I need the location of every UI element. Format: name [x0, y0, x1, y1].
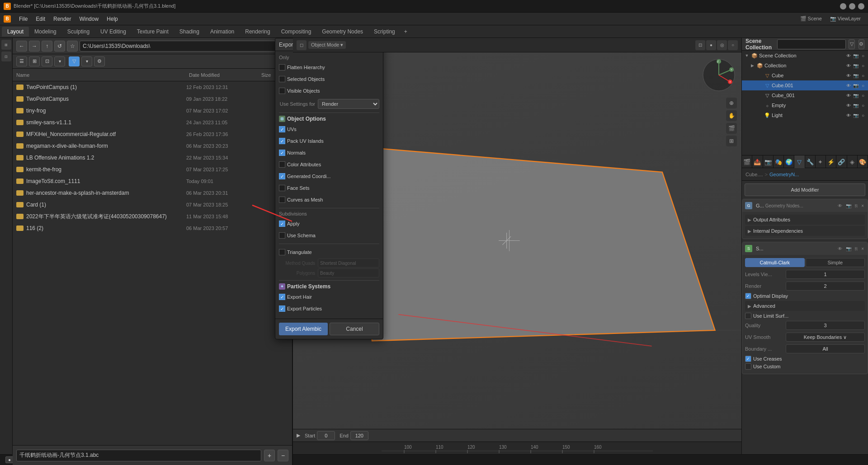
ol-item-empty[interactable]: ⬦ Empty 👁 📷 ○ [742, 100, 868, 110]
face-sets-checkbox[interactable] [279, 185, 285, 191]
generated-coords-checkbox[interactable] [279, 173, 285, 179]
col-name[interactable]: Name [16, 72, 189, 78]
grid-icon[interactable]: ⊞ [726, 136, 737, 146]
nav-back-button[interactable]: ← [16, 41, 27, 52]
sidebar-icon-1[interactable]: ⊞ [1, 40, 11, 50]
view-list-btn[interactable]: ☰ [16, 56, 27, 66]
prop-nav-constraints[interactable]: 🔗 [836, 155, 847, 168]
simple-tab[interactable]: Simple [806, 258, 865, 267]
eye-icon-light[interactable]: 👁 [845, 112, 852, 118]
output-attrs-section[interactable]: ▶ Output Attributes [745, 215, 865, 225]
tab-compositing[interactable]: Compositing [276, 27, 317, 37]
bookmark-button[interactable]: ☆ [67, 41, 78, 52]
menu-edit[interactable]: Edit [32, 14, 49, 23]
wireframe-btn[interactable]: ⊡ [695, 40, 705, 50]
path-input[interactable]: C:\Users\13535\Downloads\ [80, 41, 276, 52]
use-limit-surf-checkbox[interactable] [745, 313, 751, 319]
export-hair-checkbox[interactable] [279, 294, 285, 300]
export-alembic-button[interactable]: Export Alembic [279, 323, 328, 335]
ol-item-cube-001-b[interactable]: ▽ Cube_001 👁 📷 ○ [742, 90, 868, 100]
tab-sculpting[interactable]: Sculpting [62, 27, 95, 37]
file-list-item[interactable]: TwoPointCampus 09 Jan 2023 18:22 [13, 93, 292, 105]
export-particles-checkbox[interactable] [279, 305, 285, 312]
add-btn[interactable]: + [264, 450, 275, 461]
file-list-item[interactable]: megaman-x-dive-aile-human-form 06 Mar 20… [13, 140, 292, 152]
camera-icon[interactable]: 🎬 [726, 123, 737, 134]
render-vis-icon-2[interactable]: ○ [860, 62, 866, 69]
prop-nav-physics[interactable]: ⚡ [826, 155, 836, 168]
tab-rendering[interactable]: Rendering [240, 27, 275, 37]
camera-vis-icon-light[interactable]: 📷 [853, 112, 859, 118]
filename-input[interactable]: 千纸鹤折纸动画-几何节点3.1.abc [16, 450, 261, 461]
ol-item-cube[interactable]: ▽ Cube 👁 📷 ○ [742, 70, 868, 80]
render-vis-icon-empty[interactable]: ○ [860, 102, 866, 108]
render-vis-icon-light[interactable]: ○ [860, 112, 866, 118]
close-button[interactable] [858, 3, 864, 9]
eye-icon-cube001[interactable]: 👁 [845, 82, 852, 89]
view-options-btn[interactable]: ▾ [54, 56, 65, 66]
tab-texture-paint[interactable]: Texture Paint [132, 27, 174, 37]
add-workspace-button[interactable]: + [401, 27, 411, 37]
frame-start-value[interactable]: 0 [317, 431, 335, 440]
col-date[interactable]: Date Modified [189, 72, 261, 78]
view-icons-btn[interactable]: ⊡ [42, 56, 52, 66]
normals-checkbox[interactable] [279, 150, 285, 156]
prop-nav-view-layer[interactable]: 📷 [763, 155, 774, 168]
view-mode-btn[interactable]: ◻ [297, 40, 307, 50]
use-schema-checkbox[interactable] [279, 232, 285, 239]
file-list-item[interactable]: TwoPointCampus (1) 12 Feb 2023 12:31 [13, 81, 292, 93]
tab-layout[interactable]: Layout [2, 27, 29, 37]
tab-modeling[interactable]: Modeling [29, 27, 62, 37]
subdiv-header[interactable]: S S... 👁 📷 ⎘ × [742, 242, 868, 255]
internal-deps-section[interactable]: ▶ Internal Dependencies [745, 226, 865, 236]
outliner-search-input[interactable] [777, 39, 846, 49]
menu-file[interactable]: File [15, 14, 31, 23]
pack-uv-checkbox[interactable] [279, 138, 285, 144]
solid-btn[interactable]: ● [706, 40, 716, 50]
tab-shading[interactable]: Shading [174, 27, 205, 37]
tab-geometry-nodes[interactable]: Geometry Nodes [316, 27, 368, 37]
outliner-settings-btn[interactable]: ⚙ [859, 39, 864, 49]
eye-icon-cube[interactable]: 👁 [845, 72, 852, 79]
minus-btn[interactable]: − [278, 450, 288, 461]
prop-nav-particles[interactable]: ✦ [816, 155, 826, 168]
gear-btn[interactable]: ⚙ [94, 56, 105, 66]
prop-nav-world[interactable]: 🌍 [784, 155, 794, 168]
render-vis-icon-cube001[interactable]: ○ [860, 82, 866, 89]
minimize-button[interactable] [840, 3, 846, 9]
menu-render[interactable]: Render [50, 14, 75, 23]
advanced-section[interactable]: ▶ Advanced [745, 301, 865, 311]
add-modifier-button[interactable]: Add Modifier [745, 183, 865, 196]
nav-refresh-button[interactable]: ↺ [54, 41, 65, 52]
geo-nodes-vis-icon[interactable]: 👁 [837, 202, 843, 209]
prop-nav-object[interactable]: ▽ [794, 155, 805, 168]
scene-selector[interactable]: 🎬 Scene [797, 14, 826, 23]
camera-vis-icon-2[interactable]: 📷 [853, 62, 859, 69]
file-list-item[interactable]: tiny-frog 07 Mar 2023 17:02 [13, 105, 292, 117]
camera-vis-icon-cube001b[interactable]: 📷 [853, 92, 859, 99]
file-list-item[interactable]: LB Offensive Animations 1.2 22 Mar 2023 … [13, 152, 292, 164]
geo-nodes-remove-icon[interactable]: × [860, 202, 865, 209]
file-list-item[interactable]: her-ancestor-make-a-splash-in-amsterdam … [13, 187, 292, 199]
use-custom-checkbox[interactable] [745, 363, 751, 370]
tab-uv-editing[interactable]: UV Editing [95, 27, 132, 37]
camera-vis-icon-cube001[interactable]: 📷 [853, 82, 859, 89]
geo-nodes-render-icon[interactable]: 📷 [845, 202, 852, 209]
filter-btn[interactable]: ▽ [69, 56, 80, 66]
color-attrs-checkbox[interactable] [279, 161, 285, 168]
levels-view-value[interactable]: 1 [786, 270, 865, 279]
cancel-button[interactable]: Cancel [330, 323, 379, 335]
prop-nav-scene[interactable]: 🎭 [774, 155, 784, 168]
subdiv-render-icon[interactable]: 📷 [845, 245, 852, 252]
camera-vis-icon[interactable]: 📷 [853, 52, 859, 59]
file-list-item[interactable]: Card (1) 07 Mar 2023 18:25 [13, 199, 292, 211]
subdiv-copy-icon[interactable]: ⎘ [854, 245, 859, 252]
eye-icon-2[interactable]: 👁 [845, 62, 852, 69]
use-settings-select[interactable]: Render [318, 99, 379, 109]
subdiv-vis-icon[interactable]: 👁 [837, 245, 843, 252]
file-list-item[interactable]: smiley-sans-v1.1.1 24 Jan 2023 11:05 [13, 117, 292, 128]
geo-nodes-copy-icon[interactable]: ⎘ [854, 202, 859, 209]
ol-item-light[interactable]: 💡 Light 👁 📷 ○ [742, 110, 868, 120]
prop-nav-material[interactable]: 🎨 [858, 155, 868, 168]
eye-icon-cube001b[interactable]: 👁 [845, 92, 852, 99]
